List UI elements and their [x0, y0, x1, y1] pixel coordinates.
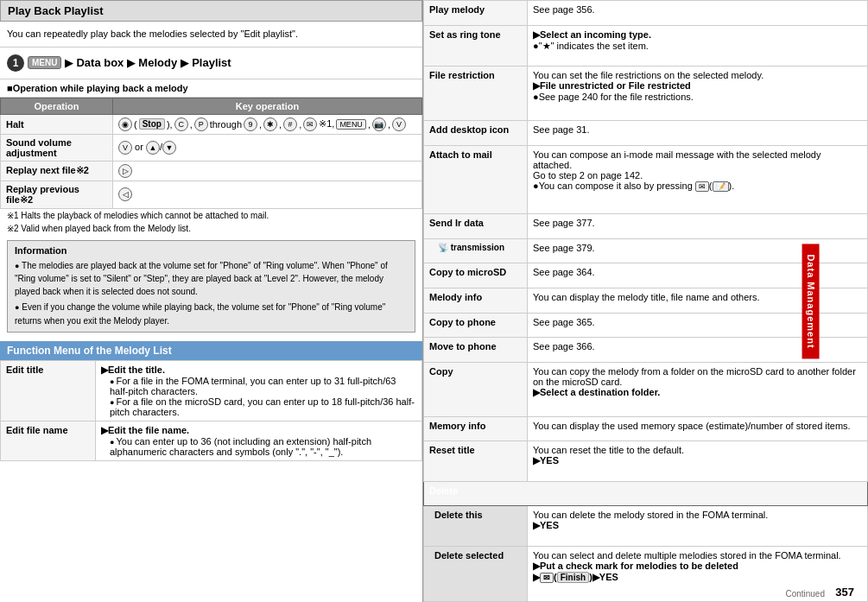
key-prev: ◁ [113, 181, 422, 208]
stop-button: Stop [139, 118, 165, 130]
step-playlist: Playlist [192, 56, 231, 69]
label-memory-info: Memory info [424, 416, 528, 441]
row-melody-info: Melody info You can display the melody t… [424, 288, 868, 313]
row-add-desktop: Add desktop icon See page 31. [424, 121, 868, 146]
row-move-phone: Move to phone See page 366. [424, 338, 868, 363]
op-volume: Sound volume adjustment [1, 134, 113, 161]
func-label-edit-title: Edit title [1, 360, 96, 421]
step-path: Data box [76, 56, 124, 69]
section-title: Play Back Playlist [0, 0, 422, 22]
op-prev: Replay previous file※2 [1, 181, 113, 208]
keyv: V [392, 117, 406, 131]
edit-title-bold: ▶Edit the title. [101, 364, 165, 375]
halt-keys: ◉(Stop), C, P through 9, ✱, #, ✉※1, MENU… [118, 117, 406, 131]
content-delete-this: You can delete the melody stored in the … [528, 506, 868, 546]
func-row-edit-title: Edit title ▶Edit the title. For a file i… [1, 360, 422, 421]
label-transmission: 📡 transmission [424, 238, 528, 263]
col-keyop: Key operation [113, 98, 422, 114]
key-volume: V or ▲/▼ [113, 134, 422, 161]
func-section-title: Function Menu of the Melody List [0, 341, 422, 360]
label-delete-this: Delete this [424, 506, 528, 546]
keystar: ✱ [263, 117, 277, 131]
info-title: Information [15, 245, 408, 256]
label-melody-info: Melody info [424, 288, 528, 313]
keycam: 📷 [372, 117, 386, 131]
content-add-desktop: See page 31. [528, 121, 868, 146]
mail-icon: ✉ [695, 181, 709, 192]
right-panel: Play melody See page 356. Set as ring to… [423, 0, 868, 602]
left-panel: Play Back Playlist You can repeatedly pl… [0, 0, 423, 602]
circle-key: ◉ [118, 117, 132, 131]
table-row: Replay next file※2 ▷ [1, 161, 422, 181]
info-bullet-1: ● The melodies are played back at the vo… [15, 259, 408, 299]
content-send-ir: See page 377. [528, 213, 868, 238]
table-row: Halt ◉(Stop), C, P through 9, ✱, #, ✉※1,… [1, 114, 422, 134]
label-add-desktop: Add desktop icon [424, 121, 528, 146]
row-attach-mail: Attach to mail You can compose an i-mode… [424, 145, 868, 213]
edit-title-b1: For a file in the FOMA terminal, you can… [101, 376, 416, 396]
edit-filename-b1: You can enter up to 36 (not including an… [101, 436, 416, 457]
phone-key: P [194, 117, 208, 131]
intro-text: You can repeatedly play back the melodie… [0, 22, 422, 48]
row-ring-tone: Set as ring tone ▶Select an incoming typ… [424, 25, 868, 67]
edit-filename-bold: ▶Edit the file name. [101, 425, 189, 435]
compose-icon: 📝 [713, 181, 729, 192]
content-memory-info: You can display the used memory space (e… [528, 416, 868, 441]
content-ring-tone: ▶Select an incoming type. ●"★" indicates… [528, 25, 868, 67]
step-melody: Melody [138, 56, 177, 69]
finish-icon: ✉ [540, 573, 554, 583]
up-key: ▲ [146, 141, 160, 155]
label-send-ir: Send Ir data [424, 213, 528, 238]
label-delete-selected: Delete selected [424, 546, 528, 601]
func-content-edit-filename: ▶Edit the file name. You can enter up to… [96, 421, 422, 460]
label-copy: Copy [424, 362, 528, 416]
side-label: Data Management [801, 244, 819, 358]
keyhash: # [283, 117, 297, 131]
row-transmission: 📡 transmission See page 379. [424, 238, 868, 263]
operation-table: Operation Key operation Halt ◉(Stop), C,… [0, 98, 422, 209]
row-play-melody: Play melody See page 356. [424, 1, 868, 26]
content-attach-mail: You can compose an i-mode mail message w… [528, 145, 868, 213]
prev-key: ◁ [118, 187, 132, 201]
row-copy-phone: Copy to phone See page 365. [424, 313, 868, 338]
row-reset-title: Reset title You can reset the title to t… [424, 441, 868, 481]
row-copy-microsd: Copy to microSD See page 364. [424, 263, 868, 288]
op-halt: Halt [1, 114, 113, 134]
row-copy: Copy You can copy the melody from a fold… [424, 362, 868, 416]
edit-title-b2: For a file on the microSD card, you can … [101, 396, 416, 417]
col-operation: Operation [1, 98, 113, 114]
info-box: Information ● The melodies are played ba… [7, 240, 415, 333]
table-row: Replay previous file※2 ◁ [1, 181, 422, 208]
content-file-restriction: You can set the file restrictions on the… [528, 67, 868, 121]
func-label-edit-filename: Edit file name [1, 421, 96, 460]
func-content-edit-title: ▶Edit the title. For a file in the FOMA … [96, 360, 422, 421]
label-copy-microsd: Copy to microSD [424, 263, 528, 288]
down-key: ▼ [162, 141, 176, 155]
menu-step: 1 MENU ▶ Data box ▶ Melody ▶ Playlist [0, 48, 422, 79]
func-row-edit-filename: Edit file name ▶Edit the file name. You … [1, 421, 422, 460]
menurect: MENU [336, 119, 366, 130]
row-send-ir: Send Ir data See page 377. [424, 213, 868, 238]
finish-button: Finish [557, 572, 589, 583]
row-delete-header: Delete [424, 481, 868, 506]
info-bullet-2: ● Even if you change the volume while pl… [15, 301, 408, 327]
func-table: Edit title ▶Edit the title. For a file i… [0, 360, 422, 461]
content-play-melody: See page 356. [528, 1, 868, 26]
dial-key: C [174, 117, 188, 131]
vol-key: V [118, 141, 132, 155]
continued-label: Continued [785, 589, 825, 599]
label-attach-mail: Attach to mail [424, 145, 528, 213]
row-file-restriction: File restriction You can set the file re… [424, 67, 868, 121]
footnote2: ※2 Valid when played back from the Melod… [0, 222, 422, 235]
key9: 9 [244, 117, 257, 131]
content-copy: You can copy the melody from a folder on… [528, 362, 868, 416]
operation-title: ■Operation while playing back a melody [0, 79, 422, 98]
menu-button: MENU [28, 56, 61, 69]
key-halt: ◉(Stop), C, P through 9, ✱, #, ✉※1, MENU… [113, 114, 422, 134]
label-file-restriction: File restriction [424, 67, 528, 121]
key-next: ▷ [113, 161, 422, 181]
content-reset-title: You can reset the title to the default. … [528, 441, 868, 481]
label-play-melody: Play melody [424, 1, 528, 26]
row-delete-this: Delete this You can delete the melody st… [424, 506, 868, 546]
step-number: 1 [7, 54, 24, 72]
